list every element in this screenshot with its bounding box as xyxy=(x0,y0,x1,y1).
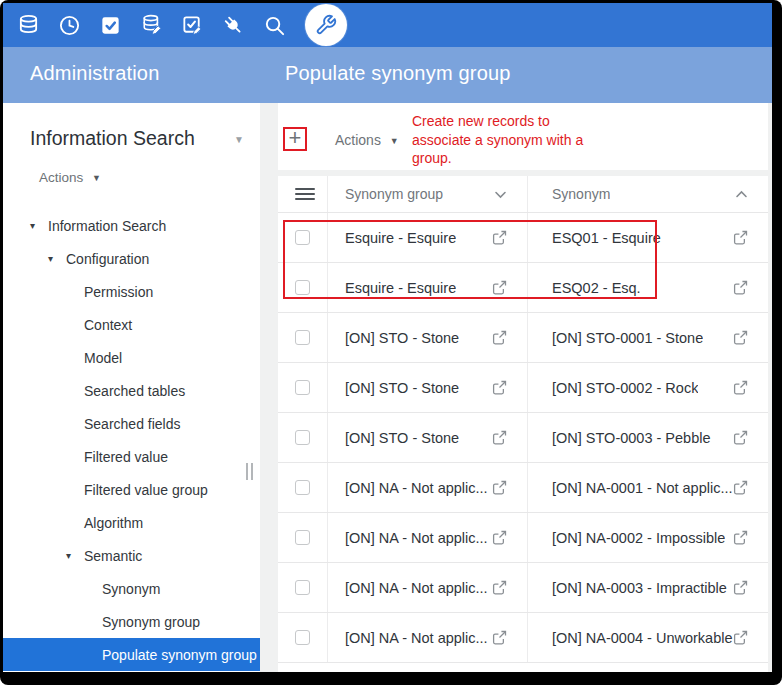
sidebar-scrollbar-thumb[interactable] xyxy=(246,463,253,480)
sidebar-actions-label: Actions xyxy=(39,170,83,185)
sidebar-item-semantic[interactable]: ▾ Semantic xyxy=(3,539,260,572)
new-record-button[interactable]: + xyxy=(285,128,305,150)
sidebar-item-searched-tables[interactable]: ▾ Searched tables xyxy=(3,374,260,407)
synonym-group-link[interactable]: [ON] STO - Stone xyxy=(345,380,459,396)
sidebar-item-context[interactable]: ▾ Context xyxy=(3,308,260,341)
synonym-link[interactable]: [ON] NA-0002 - Impossible xyxy=(552,530,725,546)
external-link-icon[interactable] xyxy=(733,580,748,595)
sidebar-item-label: Populate synonym group xyxy=(102,647,257,663)
external-link-icon[interactable] xyxy=(733,530,748,545)
synonym-group-cell: [ON] STO - Stone xyxy=(328,363,528,412)
plug-icon[interactable] xyxy=(221,13,246,38)
sidebar-item-model[interactable]: ▾ Model xyxy=(3,341,260,374)
chevron-down-icon: ▼ xyxy=(234,134,244,145)
synonym-group-link[interactable]: Esquire - Esquire xyxy=(345,230,456,246)
table-row-on-na-0002-impossible: [ON] NA - Not applic... [ON] NA-0002 - xyxy=(278,513,768,563)
sidebar-app-picker[interactable]: Information Search ▼ xyxy=(30,127,242,150)
table-menu-cell xyxy=(278,176,328,212)
table-row-on-na-0004-unworkable: [ON] NA - Not applic... [ON] NA-0004 - xyxy=(278,613,768,663)
table-row-on-sto-0001-stone: [ON] STO - Stone [ON] STO-0001 - Stone xyxy=(278,313,768,363)
row-checkbox[interactable] xyxy=(295,380,310,395)
checkbox-icon[interactable] xyxy=(98,13,123,38)
row-checkbox[interactable] xyxy=(295,430,310,445)
database-icon[interactable] xyxy=(16,13,41,38)
sidebar-item-synonym-group[interactable]: ▾ Synonym group xyxy=(3,605,260,638)
external-link-icon[interactable] xyxy=(492,230,507,245)
external-link-icon[interactable] xyxy=(733,380,748,395)
external-link-icon[interactable] xyxy=(733,480,748,495)
sidebar-actions-dropdown[interactable]: Actions ▼ xyxy=(39,170,260,185)
sidebar-item-synonym[interactable]: ▾ Synonym xyxy=(3,572,260,605)
database-edit-icon[interactable] xyxy=(139,13,164,38)
row-select-cell xyxy=(278,463,328,512)
synonym-group-link[interactable]: [ON] NA - Not applic... xyxy=(345,480,488,496)
wrench-icon-active[interactable] xyxy=(305,4,347,46)
row-checkbox[interactable] xyxy=(295,230,310,245)
synonym-link[interactable]: ESQ01 - Esquire xyxy=(552,230,661,246)
table-row-on-na-0003-impractible: [ON] NA - Not applic... [ON] NA-0003 - xyxy=(278,563,768,613)
synonym-group-link[interactable]: [ON] STO - Stone xyxy=(345,330,459,346)
synonym-link[interactable]: [ON] STO-0001 - Stone xyxy=(552,330,703,346)
row-checkbox[interactable] xyxy=(295,630,310,645)
sidebar-item-filtered-value[interactable]: ▾ Filtered value xyxy=(3,440,260,473)
external-link-icon[interactable] xyxy=(733,430,748,445)
synonym-link[interactable]: [ON] NA-0004 - Unworkable xyxy=(552,630,733,646)
synonym-link[interactable]: [ON] NA-0001 - Not applic... xyxy=(552,480,733,496)
external-link-icon[interactable] xyxy=(733,330,748,345)
external-link-icon[interactable] xyxy=(492,380,507,395)
row-select-cell xyxy=(278,513,328,562)
sidebar-item-label: Searched tables xyxy=(84,383,185,399)
external-link-icon[interactable] xyxy=(492,330,507,345)
list-menu-icon[interactable] xyxy=(295,185,315,203)
expand-arrow-icon: ▾ xyxy=(30,220,48,231)
external-link-icon[interactable] xyxy=(733,230,748,245)
synonym-cell: [ON] NA-0001 - Not applic... xyxy=(528,463,768,512)
synonym-link[interactable]: [ON] STO-0002 - Rock xyxy=(552,380,698,396)
synonym-link[interactable]: ESQ02 - Esq. xyxy=(552,280,641,296)
sidebar-item-algorithm[interactable]: ▾ Algorithm xyxy=(3,506,260,539)
external-link-icon[interactable] xyxy=(492,430,507,445)
row-checkbox[interactable] xyxy=(295,330,310,345)
row-checkbox[interactable] xyxy=(295,530,310,545)
list-actions-dropdown[interactable]: Actions ▼ xyxy=(335,132,399,148)
sidebar-item-populate-synonym-group[interactable]: ▾ Populate synonym group xyxy=(3,638,260,671)
synonym-cell: [ON] STO-0002 - Rock xyxy=(528,363,768,412)
external-link-icon[interactable] xyxy=(492,580,507,595)
search-icon[interactable] xyxy=(262,13,287,38)
row-select-cell xyxy=(278,263,328,312)
synonym-group-link[interactable]: Esquire - Esquire xyxy=(345,280,456,296)
table-row-esq01-esquire: Esquire - Esquire ESQ01 - Esquire xyxy=(278,213,768,263)
synonym-link[interactable]: [ON] STO-0003 - Pebble xyxy=(552,430,711,446)
synonym-group-link[interactable]: [ON] NA - Not applic... xyxy=(345,530,488,546)
external-link-icon[interactable] xyxy=(733,630,748,645)
table-row-on-sto-0003-pebble: [ON] STO - Stone [ON] STO-0003 - Pebble xyxy=(278,413,768,463)
synonym-group-link[interactable]: [ON] NA - Not applic... xyxy=(345,630,488,646)
sidebar-item-information-search[interactable]: ▾ Information Search xyxy=(3,209,260,242)
sidebar-item-configuration[interactable]: ▾ Configuration xyxy=(3,242,260,275)
external-link-icon[interactable] xyxy=(492,630,507,645)
sidebar-item-searched-fields[interactable]: ▾ Searched fields xyxy=(3,407,260,440)
sidebar-item-permission[interactable]: ▾ Permission xyxy=(3,275,260,308)
synonym-group-link[interactable]: [ON] STO - Stone xyxy=(345,430,459,446)
row-checkbox[interactable] xyxy=(295,480,310,495)
row-checkbox[interactable] xyxy=(295,280,310,295)
external-link-icon[interactable] xyxy=(492,530,507,545)
clock-icon[interactable] xyxy=(57,13,82,38)
external-link-icon[interactable] xyxy=(733,280,748,295)
checklist-edit-icon[interactable] xyxy=(180,13,205,38)
row-checkbox[interactable] xyxy=(295,580,310,595)
column-header-synonym-group[interactable]: Synonym group xyxy=(328,176,528,212)
external-link-icon[interactable] xyxy=(492,480,507,495)
synonym-link[interactable]: [ON] NA-0003 - Impractible xyxy=(552,580,727,596)
sidebar-item-label: Algorithm xyxy=(84,515,143,531)
synonym-group-link[interactable]: [ON] NA - Not applic... xyxy=(345,580,488,596)
column-label: Synonym group xyxy=(345,186,443,202)
column-header-synonym[interactable]: Synonym xyxy=(528,176,768,212)
row-select-cell xyxy=(278,613,328,662)
sidebar-item-filtered-value-group[interactable]: ▾ Filtered value group xyxy=(3,473,260,506)
external-link-icon[interactable] xyxy=(492,280,507,295)
sidebar-item-label: Filtered value group xyxy=(84,482,208,498)
sidebar-item-label: Configuration xyxy=(66,251,149,267)
table-body: Esquire - Esquire ESQ01 - Esquire xyxy=(278,213,768,663)
row-select-cell xyxy=(278,563,328,612)
